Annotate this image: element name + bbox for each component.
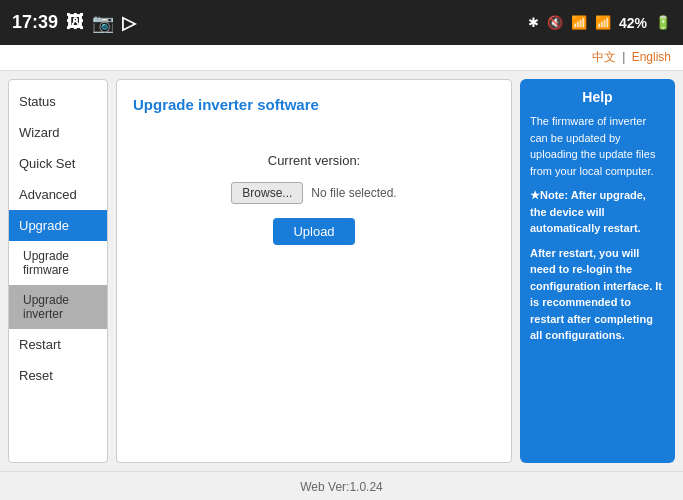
help-title: Help: [530, 89, 665, 105]
battery-icon: 🔋: [655, 15, 671, 30]
browse-button[interactable]: Browse...: [231, 182, 303, 204]
main-container: Status Wizard Quick Set Advanced Upgrade…: [0, 71, 683, 471]
battery-display: 42%: [619, 15, 647, 31]
sidebar-item-restart[interactable]: Restart: [9, 329, 107, 360]
file-input-row: Browse... No file selected.: [231, 182, 396, 204]
sidebar-item-upgrade[interactable]: Upgrade: [9, 210, 107, 241]
lang-separator: |: [622, 50, 625, 64]
lang-bar: 中文 | English: [0, 45, 683, 71]
wifi-icon: 📶: [571, 15, 587, 30]
bluetooth-icon: ✱: [528, 15, 539, 30]
no-file-text: No file selected.: [311, 186, 396, 200]
content-area: Upgrade inverter software Current versio…: [116, 79, 512, 463]
lang-chinese[interactable]: 中文: [592, 50, 616, 64]
version-text: Web Ver:1.0.24: [300, 480, 383, 494]
photo-icon: 🖼: [66, 12, 84, 33]
help-text1: The firmware of inverter can be updated …: [530, 113, 665, 179]
form-section: Current version: Browse... No file selec…: [133, 153, 495, 245]
help-restart: After restart, you will need to re-login…: [530, 245, 665, 344]
sidebar-item-quickset[interactable]: Quick Set: [9, 148, 107, 179]
current-version-label: Current version:: [268, 153, 360, 168]
mute-icon: 🔇: [547, 15, 563, 30]
help-panel: Help The firmware of inverter can be upd…: [520, 79, 675, 463]
footer: Web Ver:1.0.24: [0, 471, 683, 500]
sidebar-item-advanced[interactable]: Advanced: [9, 179, 107, 210]
sidebar: Status Wizard Quick Set Advanced Upgrade…: [8, 79, 108, 463]
help-note: ★Note: After upgrade, the device will au…: [530, 187, 665, 237]
status-right: ✱ 🔇 📶 📶 42% 🔋: [528, 15, 671, 31]
sidebar-item-reset[interactable]: Reset: [9, 360, 107, 391]
content-title: Upgrade inverter software: [133, 96, 495, 113]
lang-english[interactable]: English: [632, 50, 671, 64]
upload-button[interactable]: Upload: [273, 218, 354, 245]
signal-icon: 📶: [595, 15, 611, 30]
sidebar-item-upgrade-firmware[interactable]: Upgrade firmware: [9, 241, 107, 285]
play-icon: ▷: [122, 12, 136, 34]
camera-icon: 📷: [92, 12, 114, 34]
status-bar: 17:39 🖼 📷 ▷ ✱ 🔇 📶 📶 42% 🔋: [0, 0, 683, 45]
time-display: 17:39: [12, 12, 58, 33]
sidebar-item-wizard[interactable]: Wizard: [9, 117, 107, 148]
status-left: 17:39 🖼 📷 ▷: [12, 12, 136, 34]
sidebar-item-upgrade-inverter[interactable]: Upgrade inverter: [9, 285, 107, 329]
sidebar-item-status[interactable]: Status: [9, 86, 107, 117]
